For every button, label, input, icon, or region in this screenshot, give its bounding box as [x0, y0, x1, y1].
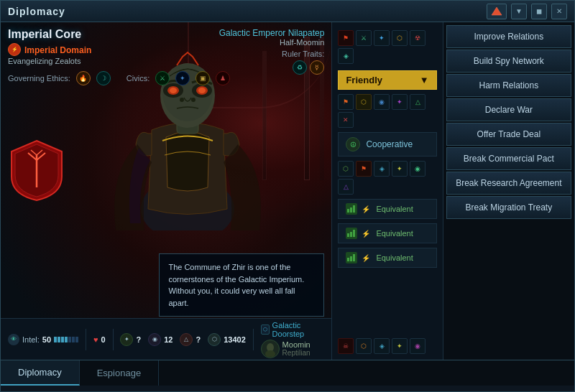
- relation-status-label: Friendly: [346, 75, 382, 85]
- rel-icon-2[interactable]: ⚔: [356, 30, 372, 46]
- bottom-stats-bar: 👁 Intel: 50: [1, 318, 331, 360]
- tab-espionage[interactable]: Espionage: [80, 360, 159, 386]
- agent-icon: ✦: [120, 333, 133, 346]
- mid-icon-6[interactable]: ✕: [338, 112, 354, 128]
- icons-row-2: ⚑ ⬡ ◉ ✦ △ ✕: [338, 94, 436, 128]
- dialogue-box: The Commune of Zhir is one of the corner…: [159, 253, 324, 317]
- tb-close[interactable]: ✕: [551, 4, 567, 19]
- bot2-icon-4[interactable]: ✦: [392, 338, 408, 354]
- mid-icon-1[interactable]: ⚑: [338, 94, 354, 110]
- relation-status-dropdown[interactable]: Friendly ▼: [338, 70, 436, 90]
- civics-icon-3: ▣: [196, 71, 210, 85]
- heart-stat: ♥ 0: [93, 335, 106, 344]
- species-details: Moomin Reptilian: [282, 340, 310, 357]
- mid-icon-5[interactable]: △: [410, 94, 426, 110]
- svg-rect-23: [347, 233, 349, 237]
- governing-row: Governing Ethics: 🔥 ☽ Civics: ⚔ ✦ ▣ ♟: [8, 71, 230, 85]
- bar-seg: [75, 337, 78, 342]
- bottom-stats: 👁 Intel: 50: [8, 321, 324, 358]
- bot-icon-1[interactable]: ⬡: [338, 161, 354, 177]
- galactic-section: ⬡ Galactic Doorstep Moomin Reptilian: [261, 321, 325, 358]
- action-build-spy-network[interactable]: Build Spy Network: [446, 50, 571, 73]
- bar-seg: [61, 337, 64, 342]
- bar-seg: [72, 337, 75, 342]
- intel-icon: 👁: [8, 334, 19, 345]
- bot-icon-3[interactable]: ◈: [374, 161, 390, 177]
- rel-icon-1[interactable]: ⚑: [338, 30, 354, 46]
- tb-dropdown[interactable]: ▼: [511, 4, 527, 19]
- ruler-traits-icons: ♻ ☿: [219, 60, 325, 75]
- svg-marker-0: [492, 7, 502, 15]
- unknown2-val: ?: [196, 335, 201, 344]
- relation-type: ☮ Cooperative: [338, 132, 436, 157]
- action-break-research-agreement[interactable]: Break Research Agreement: [446, 172, 571, 195]
- bot2-icon-2[interactable]: ⬡: [356, 338, 372, 354]
- comparison-3: ⚡ Equivalent: [338, 248, 436, 268]
- galactic-doorstep-label: Galactic Doorstep: [272, 321, 325, 338]
- ruler-traits-label: Ruler Traits:: [219, 50, 325, 58]
- icons-row-3: ⬡ ⚑ ◈ ✦ ◉ △: [338, 161, 436, 195]
- val13402: 13402: [224, 335, 246, 344]
- ruler-trait-1: ♻: [293, 60, 307, 75]
- svg-rect-25: [353, 230, 355, 237]
- action-break-migration-treaty[interactable]: Break Migration Treaty: [446, 196, 571, 219]
- action-break-commercial-pact[interactable]: Break Commercial Pact: [446, 147, 571, 170]
- bot-icon-6[interactable]: △: [338, 179, 354, 195]
- dropdown-arrow: ▼: [420, 75, 429, 85]
- comp-icon-2: [346, 228, 357, 239]
- stat-13402: ⬡ 13402: [208, 333, 246, 346]
- ethics-icon-1: 🔥: [76, 71, 91, 85]
- svg-rect-26: [347, 258, 349, 261]
- bot-icon-4[interactable]: ✦: [392, 161, 408, 177]
- comparison-value-2: Equivalent: [376, 229, 413, 238]
- bar-seg: [65, 337, 68, 342]
- bar-seg: [54, 337, 57, 342]
- bot-icon-2[interactable]: ⚑: [356, 161, 372, 177]
- action-offer-trade-deal[interactable]: Offer Trade Deal: [446, 123, 571, 146]
- civics-label: Civics:: [126, 74, 150, 83]
- empire-shield: [8, 137, 65, 205]
- comparison-2: ⚡ Equivalent: [338, 223, 436, 243]
- relation-type-label: Cooperative: [366, 139, 413, 149]
- comp-icon-3: [346, 252, 357, 263]
- intel-bar: [54, 337, 78, 342]
- tab-diplomacy[interactable]: Diplomacy: [1, 360, 80, 386]
- cooperative-icon: ☮: [346, 137, 360, 151]
- icons-row-bottom: ☠ ⬡ ◈ ✦ ◉: [338, 338, 436, 354]
- species-name: Moomin: [282, 340, 310, 349]
- tb-expand[interactable]: ◼: [531, 4, 547, 19]
- intel-stat: 👁 Intel: 50: [8, 334, 78, 345]
- stat-unknown1: ✦ ?: [120, 333, 141, 346]
- bot2-icon-3[interactable]: ◈: [374, 338, 390, 354]
- comp-icon-arrow-1: ⚡: [362, 205, 370, 213]
- empire-info: Imperial Core ⚡ Imperial Domain Evangeli…: [8, 28, 230, 85]
- svg-rect-20: [347, 209, 349, 213]
- skull-icon[interactable]: ☠: [338, 338, 354, 354]
- mid-icon-3[interactable]: ◉: [374, 94, 390, 110]
- rel-icon-3[interactable]: ✦: [374, 30, 390, 46]
- action-improve-relations[interactable]: Improve Relations: [446, 25, 571, 48]
- heart-value: 0: [101, 335, 105, 344]
- svg-point-19: [265, 350, 275, 357]
- svg-point-12: [191, 98, 196, 102]
- heart-icon: ♥: [93, 335, 98, 344]
- window-title: Diplomacy: [8, 6, 65, 17]
- bot-icon-5[interactable]: ◉: [410, 161, 426, 177]
- rel-icon-5[interactable]: ☢: [410, 30, 426, 46]
- main-content: Imperial Core ⚡ Imperial Domain Evangeli…: [1, 22, 574, 360]
- mid-icon-2[interactable]: ⬡: [356, 94, 372, 110]
- mid-icon-4[interactable]: ✦: [392, 94, 408, 110]
- empire-name: Imperial Core: [8, 28, 230, 41]
- comp-icon-arrow-2: ⚡: [362, 230, 370, 238]
- action-declare-war[interactable]: Declare War: [446, 98, 571, 121]
- action-harm-relations[interactable]: Harm Relations: [446, 74, 571, 97]
- val12: 12: [164, 335, 172, 344]
- tb-icon1[interactable]: [487, 4, 507, 19]
- svg-rect-28: [353, 254, 355, 261]
- rel-icon-4[interactable]: ⬡: [392, 30, 408, 46]
- stat-12: ◉ 12: [148, 333, 172, 346]
- action-panel: Improve Relations Build Spy Network Harm…: [443, 22, 574, 360]
- governing-label: Governing Ethics:: [8, 74, 70, 83]
- bot2-icon-5[interactable]: ◉: [410, 338, 426, 354]
- rel-icon-6[interactable]: ◈: [338, 48, 354, 64]
